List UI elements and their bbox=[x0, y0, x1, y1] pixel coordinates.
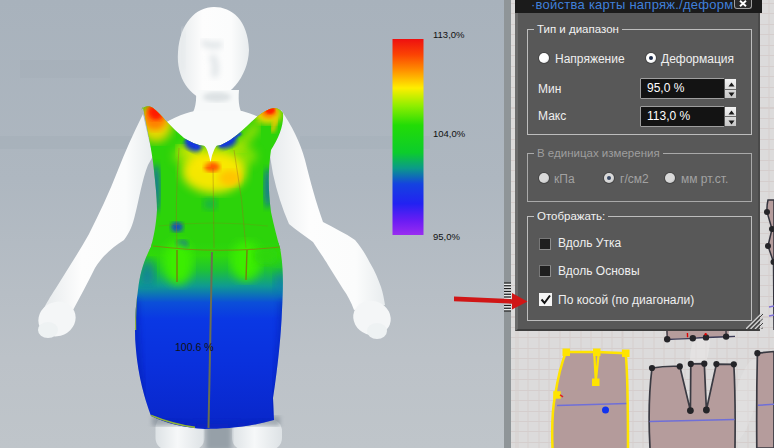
svg-text:100.6 %: 100.6 % bbox=[175, 341, 214, 353]
svg-text:95,0%: 95,0% bbox=[433, 231, 460, 242]
svg-text:113,0%: 113,0% bbox=[433, 29, 465, 40]
svg-text:104,0%: 104,0% bbox=[433, 128, 466, 139]
